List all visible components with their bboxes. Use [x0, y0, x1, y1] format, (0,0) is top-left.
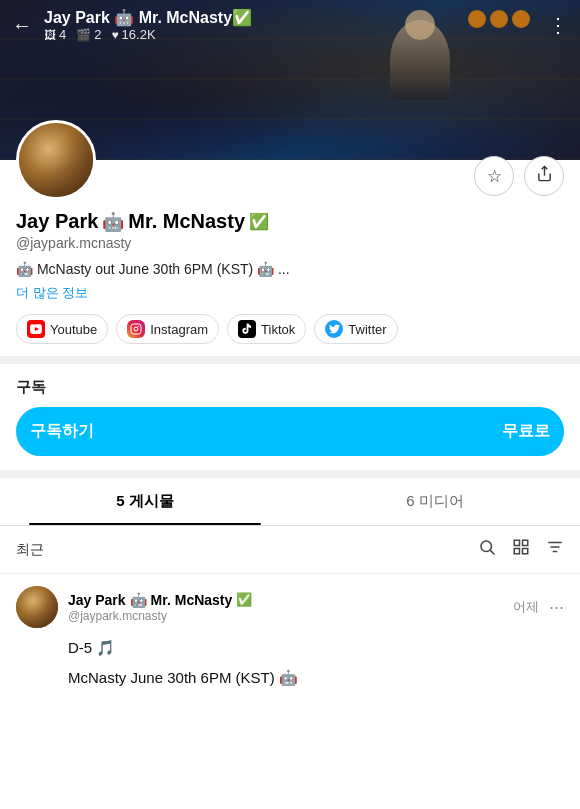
- post-content-line2: McNasty June 30th 6PM (KST) 🤖: [68, 666, 564, 690]
- tab-posts[interactable]: 5 게시물: [0, 478, 290, 525]
- tab-posts-label: 5 게시물: [116, 492, 174, 509]
- svg-rect-1: [131, 324, 141, 334]
- post-handle: @jaypark.mcnasty: [68, 609, 252, 623]
- post-more-button[interactable]: ···: [549, 597, 564, 618]
- action-buttons: ☆: [474, 156, 564, 200]
- profile-bio: 🤖 McNasty out June 30th 6PM (KST) 🤖 ...: [16, 259, 564, 280]
- subscribe-section-label: 구독: [16, 378, 564, 397]
- subscribe-section: 구독 구독하기 무료로: [0, 364, 580, 478]
- social-chip-tiktok[interactable]: Tiktok: [227, 314, 306, 344]
- search-icon[interactable]: [478, 538, 496, 561]
- svg-rect-8: [514, 549, 519, 554]
- post-author-name: Jay Park: [68, 592, 126, 608]
- tiktok-label: Tiktok: [261, 322, 295, 337]
- subscribe-button[interactable]: 구독하기 무료로: [16, 407, 564, 456]
- svg-rect-6: [514, 540, 519, 545]
- profile-name: Jay Park 🤖 Mr. McNasty ✅: [16, 210, 564, 233]
- post-author-info: Jay Park 🤖 Mr. McNasty ✅ @jaypark.mcnast…: [68, 592, 252, 623]
- banner-likes-count: ♥ 16.2K: [111, 27, 155, 42]
- post-avatar: [16, 586, 58, 628]
- instagram-icon: [127, 320, 145, 338]
- star-button[interactable]: ☆: [474, 156, 514, 196]
- toolbar-icons: [478, 538, 564, 561]
- post-card: Jay Park 🤖 Mr. McNasty ✅ @jaypark.mcnast…: [0, 573, 580, 702]
- tab-media-label: 6 미디어: [406, 492, 464, 509]
- post-author-emoji: 🤖: [130, 592, 147, 608]
- more-options-button[interactable]: ⋮: [548, 13, 568, 37]
- post-meta-right: 어제 ···: [513, 597, 564, 618]
- post-avatar-image: [16, 586, 58, 628]
- post-avatar-info: Jay Park 🤖 Mr. McNasty ✅ @jaypark.mcnast…: [16, 586, 252, 628]
- banner-title: Jay Park 🤖 Mr. McNasty✅: [44, 8, 540, 27]
- social-chip-youtube[interactable]: Youtube: [16, 314, 108, 344]
- instagram-label: Instagram: [150, 322, 208, 337]
- banner-top-bar: ← Jay Park 🤖 Mr. McNasty✅ 🖼 4 🎬 2 ♥ 16.2…: [0, 0, 580, 50]
- post-content-line1: D-5 🎵: [68, 636, 564, 660]
- avatar-row: ☆: [16, 120, 564, 200]
- svg-point-3: [139, 326, 140, 327]
- banner-video-count: 🎬 2: [76, 27, 101, 42]
- svg-rect-9: [523, 549, 528, 554]
- profile-name-text: Jay Park: [16, 210, 98, 233]
- profile-emoji: 🤖: [102, 211, 124, 233]
- back-button[interactable]: ←: [12, 14, 32, 37]
- subscribe-button-right-label: 무료로: [502, 421, 550, 442]
- post-name-row: Jay Park 🤖 Mr. McNasty ✅: [68, 592, 252, 608]
- tab-media[interactable]: 6 미디어: [290, 478, 580, 525]
- grid-icon[interactable]: [512, 538, 530, 561]
- profile-handle: @jaypark.mcnasty: [16, 235, 564, 251]
- posts-toolbar: 최근: [0, 526, 580, 573]
- post-header: Jay Park 🤖 Mr. McNasty ✅ @jaypark.mcnast…: [16, 586, 564, 628]
- more-info-link[interactable]: 더 많은 정보: [16, 284, 564, 302]
- post-time: 어제: [513, 598, 539, 616]
- profile-avatar: [16, 120, 96, 200]
- tiktok-icon: [238, 320, 256, 338]
- social-chip-twitter[interactable]: Twitter: [314, 314, 397, 344]
- svg-point-4: [481, 541, 492, 552]
- svg-rect-7: [523, 540, 528, 545]
- share-button[interactable]: [524, 156, 564, 196]
- post-author-verified: ✅: [236, 592, 252, 607]
- share-icon: [536, 165, 553, 187]
- youtube-icon: [27, 320, 45, 338]
- star-icon: ☆: [487, 166, 502, 187]
- avatar-image: [19, 123, 93, 197]
- verified-badge: ✅: [249, 212, 269, 231]
- youtube-label: Youtube: [50, 322, 97, 337]
- banner-image-count: 🖼 4: [44, 27, 66, 42]
- banner-meta: 🖼 4 🎬 2 ♥ 16.2K: [44, 27, 540, 42]
- subscribe-button-left-label: 구독하기: [30, 421, 94, 442]
- profile-section: ☆ Jay Park 🤖 Mr. McNasty ✅ @jaypark.mcna…: [0, 120, 580, 364]
- filter-icon[interactable]: [546, 538, 564, 561]
- twitter-icon: [325, 320, 343, 338]
- social-links: Youtube Instagram Tiktok: [16, 314, 564, 344]
- svg-line-5: [490, 550, 494, 554]
- tabs-row: 5 게시물 6 미디어: [0, 478, 580, 526]
- posts-filter-label: 최근: [16, 541, 44, 559]
- profile-name2-text: Mr. McNasty: [128, 210, 245, 233]
- social-chip-instagram[interactable]: Instagram: [116, 314, 219, 344]
- svg-point-2: [134, 327, 138, 331]
- post-content: D-5 🎵 McNasty June 30th 6PM (KST) 🤖: [68, 636, 564, 690]
- twitter-label: Twitter: [348, 322, 386, 337]
- post-author-name2: Mr. McNasty: [151, 592, 233, 608]
